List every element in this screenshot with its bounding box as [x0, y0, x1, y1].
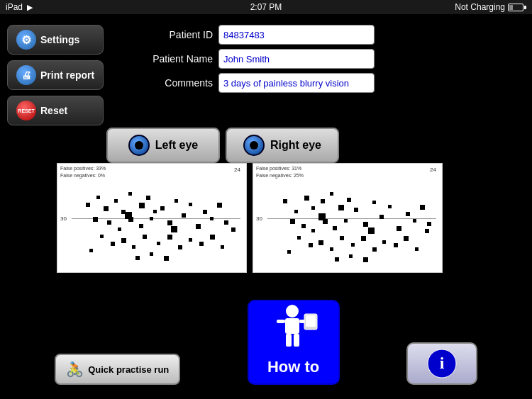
svg-rect-36 [221, 245, 224, 249]
svg-rect-10 [107, 220, 111, 225]
svg-rect-54 [301, 224, 306, 228]
svg-rect-64 [397, 226, 401, 231]
svg-rect-38 [89, 249, 93, 252]
svg-rect-18 [182, 213, 186, 218]
svg-rect-48 [321, 199, 325, 203]
svg-rect-27 [121, 238, 126, 243]
comments-row: Comments [135, 73, 375, 93]
left-eye-pupil [135, 141, 143, 150]
svg-rect-94 [286, 334, 292, 347]
reset-button[interactable]: RESET Reset [7, 96, 104, 125]
svg-rect-61 [372, 201, 376, 204]
main-content: ⚙ Settings 🖨 Print report RESET Reset Pa… [0, 14, 532, 399]
svg-rect-67 [420, 205, 425, 210]
patient-id-input[interactable] [218, 25, 375, 45]
right-eye-chart: False positives: 31% False negatives: 25… [253, 163, 443, 273]
left-eye-icon [128, 135, 150, 156]
svg-rect-55 [311, 229, 315, 232]
right-eye-button[interactable]: Right eye [226, 128, 339, 163]
comments-input[interactable] [218, 73, 375, 93]
svg-rect-81 [425, 229, 429, 233]
svg-rect-66 [413, 219, 416, 223]
svg-rect-68 [427, 222, 431, 226]
status-bar: iPad ▶ 2:07 PM Not Charging [0, 0, 532, 14]
svg-rect-33 [189, 238, 192, 242]
sidebar: ⚙ Settings 🖨 Print report RESET Reset [7, 25, 104, 125]
svg-rect-9 [93, 217, 98, 222]
info-button[interactable]: i [406, 342, 477, 385]
svg-rect-73 [340, 236, 344, 240]
svg-rect-17 [174, 199, 178, 203]
patient-name-label: Patient Name [135, 53, 213, 64]
svg-rect-82 [287, 250, 291, 254]
svg-rect-84 [349, 254, 353, 258]
svg-rect-76 [372, 247, 377, 252]
svg-rect-47 [311, 206, 315, 210]
svg-rect-69 [297, 236, 301, 240]
svg-rect-37 [231, 227, 235, 232]
svg-rect-14 [150, 217, 153, 220]
svg-rect-15 [160, 206, 165, 210]
svg-rect-86 [318, 213, 326, 220]
left-eye-label: Left eye [155, 139, 198, 152]
svg-rect-57 [333, 226, 337, 230]
svg-rect-85 [363, 257, 368, 262]
patient-name-row: Patient Name [135, 49, 375, 69]
right-eye-label: Right eye [270, 139, 321, 152]
ipad-label: iPad [6, 2, 23, 12]
svg-rect-21 [203, 210, 207, 214]
wifi-icon: ▶ [27, 3, 33, 12]
reset-label: Reset [40, 105, 67, 116]
svg-rect-34 [199, 242, 204, 246]
svg-rect-19 [189, 203, 192, 206]
patient-name-input[interactable] [218, 49, 375, 69]
svg-rect-60 [363, 222, 368, 227]
svg-rect-74 [351, 243, 355, 247]
svg-rect-25 [100, 235, 104, 238]
how-to-button[interactable]: How to [248, 300, 340, 385]
patient-form: Patient ID Patient Name Comments [135, 25, 375, 97]
info-icon: i [426, 348, 458, 379]
svg-rect-8 [153, 210, 157, 213]
svg-rect-93 [306, 315, 316, 327]
quick-practise-button[interactable]: 🚴 Quick practise run [55, 354, 180, 385]
left-eye-chart: False positives: 33% False negatives: 0%… [57, 163, 247, 273]
svg-rect-23 [217, 203, 222, 208]
svg-rect-95 [294, 334, 299, 347]
status-left: iPad ▶ [6, 2, 33, 12]
patient-id-row: Patient ID [135, 25, 375, 45]
svg-rect-83 [335, 257, 339, 262]
svg-rect-40 [150, 252, 153, 256]
svg-rect-79 [404, 236, 409, 241]
svg-rect-63 [388, 205, 392, 208]
svg-rect-24 [224, 220, 228, 225]
svg-rect-50 [338, 205, 344, 210]
print-report-button[interactable]: 🖨 Print report [7, 60, 104, 90]
bike-icon: 🚴 [66, 361, 84, 378]
svg-rect-77 [382, 240, 386, 244]
svg-rect-32 [178, 245, 182, 249]
settings-label: Settings [40, 34, 79, 45]
eye-buttons: Left eye Right eye [106, 128, 339, 163]
battery-icon [508, 4, 526, 11]
svg-rect-43 [171, 226, 177, 232]
svg-rect-89 [285, 318, 299, 334]
svg-rect-80 [415, 247, 419, 251]
svg-rect-1 [96, 196, 100, 199]
print-label: Print report [40, 69, 94, 81]
quick-practise-label: Quick practise run [88, 364, 169, 375]
svg-rect-72 [330, 247, 333, 251]
settings-button[interactable]: ⚙ Settings [7, 25, 104, 55]
left-eye-button[interactable]: Left eye [106, 128, 220, 163]
comments-label: Comments [135, 77, 213, 89]
svg-rect-58 [344, 219, 348, 223]
svg-rect-29 [143, 235, 147, 239]
svg-rect-90 [277, 320, 285, 323]
svg-rect-78 [394, 243, 398, 247]
right-eye-icon [243, 135, 265, 156]
svg-rect-22 [210, 217, 214, 220]
how-to-label: How to [267, 358, 319, 376]
svg-rect-49 [330, 192, 333, 196]
left-vf-dots [57, 164, 247, 273]
charging-label: Not Charging [455, 2, 505, 12]
